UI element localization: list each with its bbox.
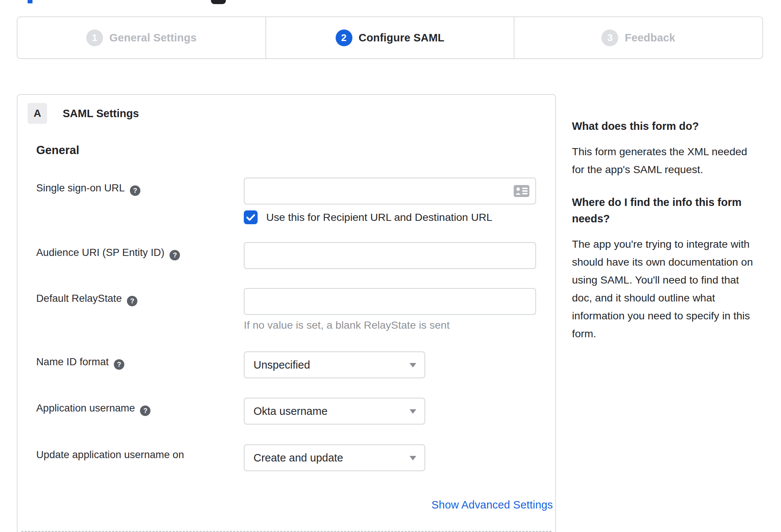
field-label-cell: Single sign-on URL?	[36, 178, 244, 224]
help-icon[interactable]: ?	[140, 406, 150, 416]
field-label: Name ID format	[36, 356, 109, 367]
advanced-settings-row: Show Advanced Settings	[18, 499, 557, 511]
sidebar-heading-where: Where do I find the info this form needs…	[572, 194, 760, 227]
chevron-down-icon	[410, 363, 416, 367]
field-label-cell: Default RelayState?	[36, 288, 244, 331]
sso-checkbox-row: Use this for Recipient URL and Destinati…	[244, 210, 536, 224]
sidebar-heading-what: What does this form do?	[572, 118, 760, 134]
panel-header: A SAML Settings	[28, 103, 555, 124]
saml-settings-panel: A SAML Settings General Single sign-on U…	[17, 94, 556, 532]
field-control-cell: Use this for Recipient URL and Destinati…	[244, 178, 536, 224]
field-label: Audience URI (SP Entity ID)	[36, 247, 164, 258]
relaystate-input[interactable]	[244, 288, 536, 315]
app-username-select[interactable]: Okta username	[244, 398, 425, 425]
field-control-cell	[244, 242, 536, 269]
show-advanced-settings-link[interactable]: Show Advanced Settings	[36, 499, 553, 511]
chevron-down-icon	[410, 456, 416, 460]
step-configure-saml[interactable]: 2 Configure SAML	[265, 17, 514, 58]
field-control-cell: Okta username	[244, 398, 425, 425]
update-username-select[interactable]: Create and update	[244, 444, 425, 471]
audience-uri-input[interactable]	[244, 242, 536, 269]
selected-option: Unspecified	[253, 359, 310, 371]
step-label: Feedback	[625, 32, 675, 44]
help-icon[interactable]: ?	[114, 359, 124, 370]
selected-option: Create and update	[253, 452, 343, 464]
nameid-format-select[interactable]: Unspecified	[244, 351, 425, 378]
help-icon[interactable]: ?	[169, 250, 180, 260]
wizard-stepper: 1 General Settings 2 Configure SAML 3 Fe…	[17, 16, 763, 59]
cutoff-dark-fragment	[211, 0, 226, 4]
field-row-audience-uri: Audience URI (SP Entity ID)?	[18, 242, 555, 269]
field-label: Single sign-on URL	[36, 182, 125, 194]
field-row-sso-url: Single sign-on URL?	[18, 178, 555, 224]
relaystate-hint: If no value is set, a blank RelayState i…	[244, 319, 536, 331]
field-label-cell: Update application username on	[36, 444, 244, 471]
step-feedback[interactable]: 3 Feedback	[514, 17, 762, 58]
field-row-nameid-format: Name ID format? Unspecified	[18, 351, 555, 378]
field-row-update-username: Update application username on Create an…	[18, 444, 555, 471]
step-label: General Settings	[109, 32, 197, 44]
section-a-badge: A	[28, 103, 47, 124]
field-control-cell: If no value is set, a blank RelayState i…	[244, 288, 536, 331]
step-number-badge: 1	[86, 29, 103, 46]
field-label: Default RelayState	[36, 292, 122, 304]
panel-title: SAML Settings	[63, 107, 139, 120]
sidebar-paragraph-where: The app you're trying to integrate with …	[572, 235, 760, 342]
sso-url-input[interactable]	[244, 178, 536, 204]
help-sidebar: What does this form do? This form genera…	[572, 118, 760, 358]
field-control-cell: Create and update	[244, 444, 425, 471]
step-label: Configure SAML	[359, 32, 445, 44]
field-label: Update application username on	[36, 449, 184, 460]
field-label-cell: Application username?	[36, 398, 244, 425]
field-row-relaystate: Default RelayState? If no value is set, …	[18, 288, 555, 331]
cutoff-blue-fragment	[28, 0, 32, 3]
sidebar-paragraph-what: This form generates the XML needed for t…	[572, 143, 760, 178]
help-icon[interactable]: ?	[127, 296, 137, 306]
checkbox-label: Use this for Recipient URL and Destinati…	[266, 211, 492, 223]
recipient-url-checkbox[interactable]	[244, 210, 258, 224]
field-label-cell: Name ID format?	[36, 351, 244, 378]
general-section-heading: General	[36, 143, 555, 157]
field-label-cell: Audience URI (SP Entity ID)?	[36, 242, 244, 269]
field-label: Application username	[36, 402, 135, 414]
step-general-settings[interactable]: 1 General Settings	[18, 17, 265, 58]
chevron-down-icon	[410, 409, 416, 414]
contact-card-icon[interactable]	[514, 178, 529, 204]
step-number-badge: 2	[336, 29, 352, 46]
help-icon[interactable]: ?	[130, 185, 140, 196]
field-control-cell: Unspecified	[244, 351, 425, 378]
field-row-app-username: Application username? Okta username	[18, 398, 555, 425]
step-number-badge: 3	[601, 29, 618, 46]
selected-option: Okta username	[253, 405, 327, 417]
